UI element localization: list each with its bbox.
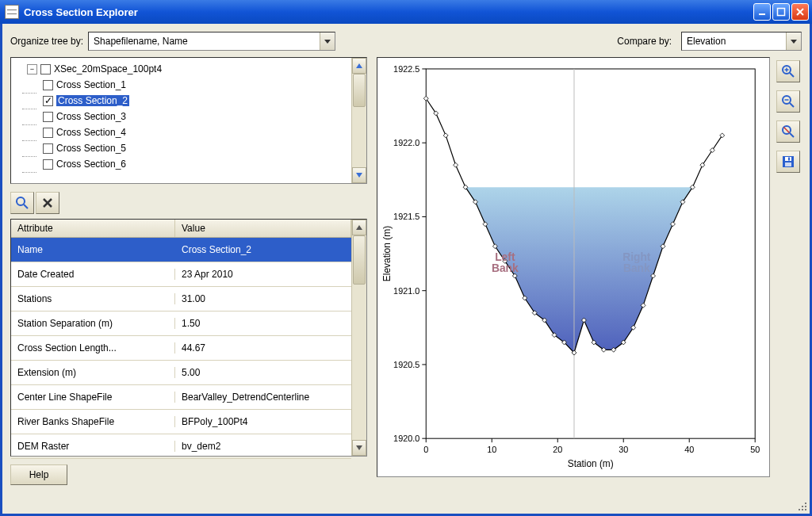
compare-value: Elevation: [682, 36, 786, 47]
cell-attribute: Cross Section Length...: [11, 342, 175, 354]
table-row[interactable]: Cross Section Length...44.67: [11, 336, 351, 361]
checkbox[interactable]: [43, 80, 53, 90]
cell-value: BearValley_DetrendCenterline: [175, 392, 351, 403]
table-row[interactable]: Stations31.00: [11, 287, 351, 312]
table-row[interactable]: Date Created23 Apr 2010: [11, 262, 351, 287]
header-value[interactable]: Value: [175, 220, 351, 237]
table-row[interactable]: Station Separation (m)1.50: [11, 312, 351, 336]
chart-annotation: Bank: [492, 262, 519, 274]
table-row[interactable]: Center Line ShapeFileBearValley_DetrendC…: [11, 385, 351, 410]
checkbox[interactable]: [43, 159, 53, 170]
organize-value: Shapefilename, Name: [89, 36, 320, 47]
maximize-button[interactable]: [772, 3, 790, 21]
help-label: Help: [29, 469, 49, 480]
x-tick-label: 20: [553, 445, 562, 454]
tree-item[interactable]: Cross Section_6: [13, 156, 350, 172]
cell-value: 23 Apr 2010: [175, 269, 351, 280]
scroll-thumb[interactable]: [353, 235, 366, 285]
expander-icon[interactable]: −: [27, 64, 37, 75]
cell-attribute: Name: [11, 244, 175, 255]
tree-view[interactable]: −XSec_20mSpace_100pt4Cross Section_1Cros…: [10, 57, 367, 184]
cell-attribute: Extension (m): [11, 367, 175, 378]
save-icon: [781, 155, 795, 169]
cell-value: bv_dem2: [175, 441, 351, 452]
table-row[interactable]: Extension (m)5.00: [11, 361, 351, 385]
y-tick-label: 1920.0: [393, 434, 419, 443]
header-attribute[interactable]: Attribute: [11, 220, 175, 237]
help-button[interactable]: Help: [10, 464, 67, 485]
svg-rect-0: [759, 13, 765, 15]
cell-attribute: Station Separation (m): [11, 318, 175, 329]
zoom-in-button[interactable]: [776, 60, 800, 82]
table-row[interactable]: River Banks ShapeFileBFPoly_100Pt4: [11, 410, 351, 434]
close-button[interactable]: [791, 3, 809, 21]
zoom-out-button[interactable]: [776, 90, 800, 113]
window-title: Cross Section Explorer: [24, 6, 752, 18]
table-scrollbar[interactable]: [351, 220, 366, 456]
cell-value: 5.00: [175, 367, 351, 378]
save-chart-button[interactable]: [776, 151, 800, 173]
minimize-button[interactable]: [753, 3, 771, 21]
checkbox[interactable]: [43, 143, 53, 154]
svg-line-21: [790, 103, 794, 107]
top-toolbar: Organize tree by: Shapefilename, Name Co…: [10, 32, 802, 51]
chevron-down-icon[interactable]: [786, 32, 801, 50]
zoom-out-icon: [781, 94, 795, 109]
x-tick-label: 10: [487, 445, 496, 454]
delete-button[interactable]: [36, 192, 59, 214]
tree-item-label: Cross Section_4: [56, 127, 126, 138]
checkbox[interactable]: [43, 96, 53, 106]
tree-item-label: Cross Section_5: [56, 143, 126, 154]
delete-icon: [41, 197, 54, 209]
tree-item[interactable]: Cross Section_1: [13, 77, 350, 93]
table-row[interactable]: NameCross Section_2: [11, 238, 351, 262]
data-marker: [443, 133, 448, 138]
right-pane: 010203040501920.01920.51921.01921.51922.…: [377, 57, 802, 489]
organize-combo[interactable]: Shapefilename, Name: [88, 32, 335, 51]
zoom-to-button[interactable]: [10, 192, 34, 214]
tree-item[interactable]: Cross Section_4: [13, 124, 350, 140]
cell-value: 31.00: [175, 293, 351, 304]
y-tick-label: 1920.5: [393, 360, 419, 369]
scroll-down-button[interactable]: [352, 440, 366, 456]
table-row[interactable]: DEM Rasterbv_dem2: [11, 434, 351, 459]
tree-scrollbar[interactable]: [351, 58, 366, 183]
zoom-reset-button[interactable]: [776, 120, 800, 143]
tree-root-label: XSec_20mSpace_100pt4: [54, 63, 162, 75]
checkbox[interactable]: [43, 128, 53, 138]
scroll-up-button[interactable]: [352, 220, 366, 235]
x-axis-label: Station (m): [568, 458, 614, 469]
scroll-down-button[interactable]: [352, 167, 366, 183]
checkbox[interactable]: [40, 64, 51, 75]
chart-area[interactable]: 010203040501920.01920.51921.01921.51922.…: [377, 57, 770, 477]
tree-item[interactable]: Cross Section_2: [13, 93, 350, 109]
scroll-thumb[interactable]: [353, 74, 366, 107]
x-tick-label: 50: [750, 445, 760, 454]
cell-attribute: Date Created: [11, 269, 175, 280]
resize-grip[interactable]: [795, 499, 806, 510]
y-axis-label: Elevation (m): [381, 226, 393, 281]
compare-label: Compare by:: [617, 36, 672, 47]
attribute-table[interactable]: Attribute Value NameCross Section_2Date …: [10, 219, 367, 457]
cell-value: 1.50: [175, 318, 351, 329]
svg-rect-27: [785, 162, 791, 166]
tree-item[interactable]: Cross Section_5: [13, 140, 350, 156]
checkbox[interactable]: [43, 112, 53, 122]
data-marker: [454, 162, 458, 167]
tree-item[interactable]: Cross Section_3: [13, 109, 350, 124]
tree-root[interactable]: −XSec_20mSpace_100pt4: [13, 61, 350, 77]
cell-value: BFPoly_100Pt4: [175, 416, 351, 427]
x-tick-label: 30: [619, 445, 628, 454]
app-window: Cross Section Explorer Organize tree by:…: [0, 0, 812, 516]
cell-attribute: River Banks ShapeFile: [11, 416, 175, 427]
zoom-reset-icon: [781, 124, 795, 139]
tree-item-label: Cross Section_6: [56, 159, 126, 170]
scroll-up-button[interactable]: [352, 58, 366, 74]
svg-line-24: [790, 133, 794, 137]
compare-combo[interactable]: Elevation: [681, 32, 802, 51]
tree-item-label: Cross Section_1: [56, 79, 126, 90]
svg-rect-1: [778, 9, 785, 16]
chevron-down-icon[interactable]: [320, 32, 335, 50]
chart-toolbar: [776, 57, 802, 489]
svg-line-17: [790, 73, 794, 77]
